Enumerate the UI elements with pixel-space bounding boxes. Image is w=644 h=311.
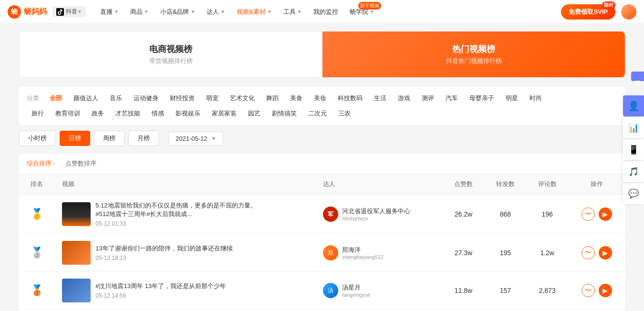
video-info-3: #汶川地震13周年 13年了，我还是从前那个少年 05-12 14:56 — [62, 279, 308, 302]
video-thumbnail-2[interactable] — [62, 241, 91, 265]
ecommerce-video-banner[interactable]: 电商视频榜 带货视频排行榜 — [19, 31, 322, 77]
sort-bar: 综合排序 ↑ 点赞数排序 — [19, 154, 625, 174]
platform-selector[interactable]: 抖音 ▼ — [52, 6, 86, 17]
nav-item-wrap-academy: 新手指南 蛲学院 ▼ — [345, 5, 379, 19]
top-right-area: 限时 免费领取SVIP — [561, 4, 636, 20]
th-actions: 操作 — [568, 174, 625, 195]
category-education[interactable]: 教育培训 — [51, 108, 85, 119]
category-celeb[interactable]: 明星 — [501, 93, 523, 104]
nav-chevron-tools: ▼ — [297, 9, 302, 14]
category-fashion[interactable]: 时尚 — [525, 93, 547, 104]
category-food[interactable]: 美食 — [285, 93, 307, 104]
nav-item-tools[interactable]: 工具 ▼ — [279, 5, 307, 19]
category-row-1: 分类 全部 颜值达人 音乐 运动健身 财经投资 萌宠 艺术文化 舞蹈 美食 美妆… — [27, 93, 617, 104]
creator-avatar-2[interactable]: 郑 — [323, 245, 338, 260]
nav-item-wrap-products: 商品 ▼ — [125, 5, 154, 19]
category-pets[interactable]: 萌宠 — [201, 93, 223, 104]
trend-button-1[interactable]: 〜 — [582, 207, 595, 221]
trend-button-2[interactable]: 〜 — [582, 246, 595, 259]
nav-item-video[interactable]: 视频&素材 ▼ — [232, 5, 277, 19]
category-all[interactable]: 全部 — [45, 93, 67, 104]
music-icon: 🎵 — [628, 166, 639, 177]
nav-item-products[interactable]: 商品 ▼ — [125, 5, 154, 19]
tab-weekly[interactable]: 周榜 — [94, 131, 125, 146]
category-emotion[interactable]: 情感 — [147, 108, 169, 119]
category-car[interactable]: 汽车 — [441, 93, 463, 104]
sort-likes[interactable]: 点赞数排序 — [65, 159, 96, 168]
nav-chevron-video: ▼ — [267, 9, 272, 14]
svip-button[interactable]: 限时 免费领取SVIP — [561, 4, 615, 20]
trend-button-3[interactable]: 〜 — [582, 284, 595, 297]
category-anime[interactable]: 二次元 — [303, 108, 332, 119]
ecommerce-banner-subtitle: 带货视频排行榜 — [149, 57, 193, 65]
shares-cell-3: 157 — [484, 272, 526, 310]
th-comments: 评论数 — [526, 174, 568, 195]
nav-item-live[interactable]: 直播 ▼ — [95, 5, 124, 19]
category-life[interactable]: 生活 — [369, 93, 391, 104]
nav-item-creator[interactable]: 达人 ▼ — [202, 5, 230, 19]
chart-icon: 📊 — [628, 123, 639, 133]
sidebar-avatar-item[interactable]: 👤 — [623, 95, 644, 116]
rank-cell-1: 🥇 — [19, 195, 54, 234]
category-travel[interactable]: 旅行 — [27, 108, 49, 119]
comments-cell-1: 196 — [526, 195, 568, 234]
category-music[interactable]: 音乐 — [105, 93, 127, 104]
sidebar-chat-item[interactable]: 💬 — [623, 183, 644, 204]
category-fitness[interactable]: 运动健身 — [129, 93, 163, 104]
creator-avatar-1[interactable]: 军 — [323, 207, 338, 222]
category-talent[interactable]: 才艺技能 — [111, 108, 145, 119]
category-label: 分类 — [27, 94, 39, 103]
sidebar-chart-item[interactable]: 📊 — [623, 117, 644, 138]
hot-video-banner[interactable]: 热门视频榜 抖音热门视频排行榜 — [322, 31, 625, 77]
video-thumbnail-1[interactable] — [62, 202, 91, 226]
creator-info-1: 军 河北省退役军人服务中心 hbstyjrfwzx — [323, 207, 435, 222]
comments-cell-2: 1.2w — [526, 234, 568, 272]
video-thumbnail-3[interactable] — [62, 279, 91, 302]
video-ranking-table: 综合排序 ↑ 点赞数排序 排名 视频 达人 点赞数 转发数 评论数 操作 — [19, 154, 625, 311]
nav-chevron-live: ▼ — [114, 9, 119, 14]
likes-value-1: 26.2w — [455, 210, 472, 218]
category-government[interactable]: 政务 — [87, 108, 109, 119]
category-comedy[interactable]: 剧情搞笑 — [267, 108, 301, 119]
category-review[interactable]: 测评 — [417, 93, 439, 104]
tab-daily[interactable]: 日榜 — [60, 131, 90, 146]
date-picker[interactable]: 2021-05-12 ▼ — [168, 132, 223, 145]
category-art[interactable]: 艺术文化 — [225, 93, 260, 104]
category-entertainment[interactable]: 影视娱乐 — [171, 108, 205, 119]
user-avatar[interactable] — [621, 4, 636, 20]
category-tech[interactable]: 科技数码 — [333, 93, 367, 104]
top-navigation: 蛲 蛲妈妈 抖音 ▼ 直播 ▼ 商品 ▼ 小店&品牌 ▼ — [0, 0, 644, 24]
sort-comprehensive[interactable]: 综合排序 ↑ — [27, 159, 56, 168]
category-makeup[interactable]: 美妆 — [309, 93, 331, 104]
logo[interactable]: 蛲 蛲妈妈 — [8, 5, 47, 19]
video-title-3: #汶川地震13周年 13年了，我还是从前那个少年 — [95, 282, 258, 290]
nav-item-wrap-monitor: 我的监控 — [309, 5, 343, 19]
table-row: 🥈 13年了谢谢你们一路的陪伴，我们的故事还在继续 05-12 18:13 — [19, 234, 625, 272]
creator-avatar-3[interactable]: 汤 — [323, 283, 338, 298]
shares-value-3: 157 — [500, 287, 511, 294]
category-beauty[interactable]: 颜值达人 — [69, 93, 103, 104]
play-button-3[interactable]: ▶ — [599, 284, 612, 297]
table-row: 🥉 #汶川地震13周年 13年了，我还是从前那个少年 05-12 14:56 — [19, 272, 625, 310]
category-games[interactable]: 游戏 — [393, 93, 415, 104]
nav-item-monitor[interactable]: 我的监控 — [309, 5, 343, 19]
category-home[interactable]: 家居家装 — [207, 108, 241, 119]
play-button-1[interactable]: ▶ — [599, 207, 612, 221]
tab-monthly[interactable]: 月榜 — [128, 131, 159, 146]
play-button-2[interactable]: ▶ — [599, 246, 612, 259]
sidebar-phone-item[interactable]: 📱 — [623, 139, 644, 160]
category-finance[interactable]: 财经投资 — [165, 93, 199, 104]
category-farming[interactable]: 三农 — [333, 108, 355, 119]
tab-hourly[interactable]: 小时榜 — [19, 131, 56, 146]
member-signin-button[interactable]: 签到得会员 — [631, 72, 644, 81]
likes-cell-1: 26.2w — [443, 195, 485, 234]
nav-item-shop[interactable]: 小店&品牌 ▼ — [156, 5, 200, 19]
hot-banner-subtitle: 抖音热门视频排行榜 — [446, 57, 502, 65]
category-garden[interactable]: 园艺 — [243, 108, 265, 119]
rank-cell-2: 🥈 — [19, 234, 54, 272]
sidebar-music-item[interactable]: 🎵 — [623, 161, 644, 182]
nav-chevron-creator: ▼ — [220, 9, 225, 14]
category-dance[interactable]: 舞蹈 — [261, 93, 283, 104]
category-parenting[interactable]: 母婴亲子 — [465, 93, 499, 104]
date-value: 2021-05-12 — [176, 135, 208, 142]
